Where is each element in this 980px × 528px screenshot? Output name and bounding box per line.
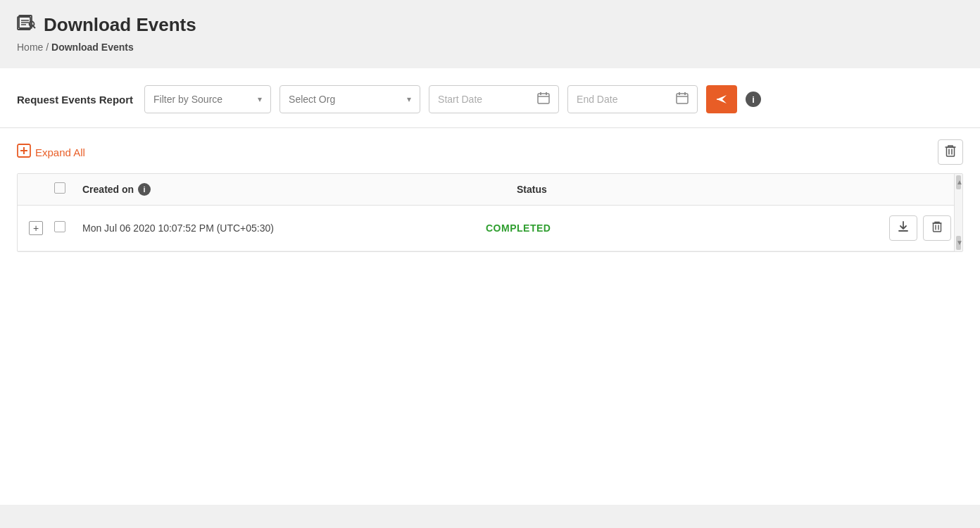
events-table: Created on i Status + Mon Jul 06 2020 10… bbox=[17, 173, 963, 252]
svg-rect-11 bbox=[677, 94, 688, 103]
table-scrollbar[interactable]: ▲ ▼ bbox=[954, 174, 962, 251]
download-icon bbox=[898, 220, 909, 236]
status-header: Status bbox=[517, 184, 951, 195]
report-request-row: Request Events Report Filter by Source ▾… bbox=[17, 85, 963, 113]
row-status: COMPLETED bbox=[486, 222, 889, 234]
col-status: Status bbox=[517, 184, 951, 195]
page-title: Download Events bbox=[44, 14, 196, 36]
svg-rect-22 bbox=[934, 223, 941, 232]
svg-rect-7 bbox=[538, 94, 549, 103]
row-expand-toggle[interactable]: + bbox=[29, 221, 54, 235]
send-button[interactable] bbox=[706, 85, 737, 113]
delete-all-icon bbox=[945, 144, 956, 160]
row-checkbox-cell bbox=[54, 221, 82, 235]
page-title-icon bbox=[17, 15, 37, 36]
expand-plus-icon[interactable]: + bbox=[29, 221, 43, 235]
select-org-chevron-icon: ▾ bbox=[407, 94, 411, 104]
end-date-input[interactable]: End Date bbox=[567, 85, 698, 113]
info-icon[interactable]: i bbox=[746, 92, 761, 107]
end-date-placeholder: End Date bbox=[577, 94, 617, 105]
select-org-dropdown[interactable]: Select Org ▾ bbox=[279, 85, 420, 113]
breadcrumb: Home / Download Events bbox=[17, 42, 963, 53]
status-value: COMPLETED bbox=[486, 222, 551, 234]
start-date-placeholder: Start Date bbox=[438, 94, 482, 105]
breadcrumb-home[interactable]: Home bbox=[17, 42, 43, 53]
scroll-up-arrow[interactable]: ▲ bbox=[956, 175, 961, 189]
col-checkbox-header bbox=[54, 182, 82, 196]
end-date-calendar-icon bbox=[676, 92, 689, 107]
table-row: + Mon Jul 06 2020 10:07:52 PM (UTC+05:30… bbox=[18, 206, 962, 251]
start-date-calendar-icon bbox=[537, 92, 550, 107]
filter-source-chevron-icon: ▾ bbox=[258, 94, 262, 104]
row-actions bbox=[889, 215, 951, 241]
col-created-on: Created on i bbox=[82, 183, 517, 196]
delete-row-button[interactable] bbox=[923, 215, 951, 241]
select-org-placeholder: Select Org bbox=[289, 94, 335, 105]
download-button[interactable] bbox=[889, 215, 917, 241]
breadcrumb-separator: / bbox=[46, 42, 51, 53]
row-created-on: Mon Jul 06 2020 10:07:52 PM (UTC+05:30) bbox=[82, 222, 486, 234]
table-header: Created on i Status bbox=[18, 174, 962, 206]
expand-all-label: Expand All bbox=[35, 146, 85, 158]
expand-all-icon bbox=[17, 144, 31, 161]
filter-by-source-placeholder: Filter by Source bbox=[153, 94, 222, 105]
header-checkbox[interactable] bbox=[54, 182, 65, 194]
start-date-input[interactable]: Start Date bbox=[429, 85, 559, 113]
created-on-value: Mon Jul 06 2020 10:07:52 PM (UTC+05:30) bbox=[82, 222, 274, 234]
filter-by-source-dropdown[interactable]: Filter by Source ▾ bbox=[144, 85, 271, 113]
delete-all-button[interactable] bbox=[938, 139, 963, 165]
scroll-down-arrow[interactable]: ▼ bbox=[956, 236, 961, 250]
svg-rect-19 bbox=[947, 147, 955, 156]
expand-all-button[interactable]: Expand All bbox=[17, 144, 85, 161]
created-on-info-icon[interactable]: i bbox=[138, 183, 151, 196]
created-on-header: Created on i bbox=[82, 183, 517, 196]
request-events-label: Request Events Report bbox=[17, 94, 133, 106]
row-checkbox[interactable] bbox=[54, 221, 65, 232]
expand-row: Expand All bbox=[17, 128, 963, 173]
delete-row-icon bbox=[932, 221, 942, 235]
breadcrumb-current: Download Events bbox=[51, 42, 134, 53]
